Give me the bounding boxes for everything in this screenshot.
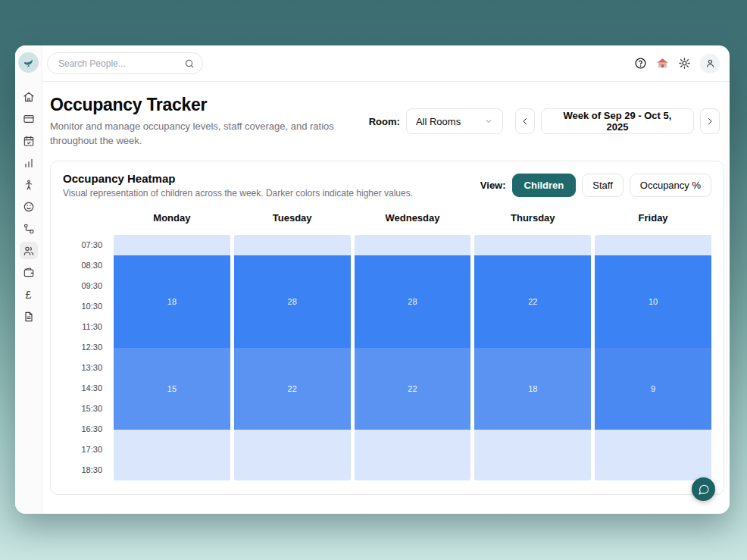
settings-button[interactable] — [678, 57, 691, 70]
heatmap-column-wednesday[interactable]: 28 22 — [355, 235, 471, 480]
heatmap-cell[interactable]: 18 — [474, 348, 591, 430]
time-label: 08:30 — [63, 255, 110, 276]
view-label: View: — [480, 180, 506, 191]
page-header-text: Occupancy Tracker Monitor and manage occ… — [50, 95, 369, 149]
help-button[interactable] — [634, 57, 647, 70]
nursery-button[interactable] — [656, 57, 669, 70]
page-subtitle: Monitor and manage occupancy levels, sta… — [50, 120, 369, 149]
time-label: 13:30 — [63, 358, 110, 378]
search-icon — [184, 58, 195, 69]
sidebar-item-reports[interactable] — [20, 308, 38, 325]
bar-chart-icon — [23, 157, 35, 169]
main-area: Occupancy Tracker Monitor and manage occ… — [42, 45, 730, 514]
day-header-monday: Monday — [114, 212, 230, 235]
sidebar-item-workflow[interactable] — [20, 220, 38, 237]
heatmap-cell[interactable]: 28 — [234, 255, 351, 348]
people-icon — [23, 245, 35, 257]
heatmap-column-thursday[interactable]: 22 18 — [474, 235, 591, 480]
house-emoji-icon — [656, 57, 669, 70]
heatmap-column-monday[interactable]: 18 15 — [114, 235, 230, 480]
chevron-down-icon — [484, 117, 493, 126]
time-label: 15:30 — [63, 399, 110, 419]
heatmap-cell[interactable]: 22 — [234, 348, 351, 430]
heatmap-cell[interactable]: 22 — [355, 348, 471, 430]
room-label: Room: — [369, 116, 400, 127]
search-box[interactable] — [47, 52, 203, 74]
view-toggle: View: Children Staff Occupancy % — [480, 174, 711, 197]
heatmap-cell[interactable] — [234, 430, 351, 480]
sidebar: £ — [15, 45, 42, 514]
user-avatar-icon — [705, 58, 716, 69]
day-header-thursday: Thursday — [474, 212, 591, 235]
document-icon — [23, 311, 35, 323]
logo-swoosh-icon — [22, 56, 36, 70]
chat-button[interactable] — [692, 477, 715, 501]
heatmap-cell[interactable] — [234, 235, 351, 255]
heatmap-cell[interactable] — [474, 235, 591, 255]
search-input[interactable] — [58, 58, 184, 69]
chevron-left-icon — [520, 117, 530, 126]
view-occupancy-button[interactable]: Occupancy % — [630, 174, 711, 197]
heatmap-cell[interactable] — [355, 235, 471, 255]
heatmap-cell[interactable]: 9 — [595, 348, 711, 430]
sidebar-item-analytics[interactable] — [20, 154, 38, 171]
pound-icon: £ — [26, 289, 32, 301]
topbar-icons — [634, 54, 720, 74]
heatmap-column-friday[interactable]: 10 9 — [595, 235, 711, 480]
sidebar-item-people[interactable] — [20, 242, 38, 259]
heatmap-cell[interactable] — [355, 430, 471, 480]
next-week-button[interactable] — [700, 108, 720, 134]
day-header-friday: Friday — [595, 212, 711, 235]
heatmap-cell[interactable] — [114, 235, 230, 255]
time-label: 09:30 — [63, 276, 110, 296]
sidebar-item-children[interactable] — [20, 176, 38, 193]
app-logo[interactable] — [18, 52, 39, 73]
heatmap-card-header: Occupancy Heatmap Visual representation … — [63, 172, 711, 199]
settings-gear-icon — [678, 57, 691, 70]
heatmap-cell[interactable] — [474, 430, 591, 480]
card-title: Occupancy Heatmap — [63, 172, 413, 185]
occupancy-heatmap: Monday Tuesday Wednesday Thursday Friday… — [63, 212, 711, 480]
heatmap-cell[interactable] — [595, 235, 711, 255]
sidebar-item-calendar[interactable] — [20, 132, 38, 149]
heatmap-cell[interactable]: 28 — [355, 255, 471, 348]
sidebar-item-billing[interactable] — [20, 110, 38, 127]
heatmap-cell[interactable]: 18 — [114, 255, 230, 348]
wallet-icon — [23, 267, 35, 279]
prev-week-button[interactable] — [515, 108, 536, 134]
sidebar-item-finance[interactable]: £ — [20, 286, 38, 303]
view-staff-button[interactable]: Staff — [582, 174, 624, 197]
time-label: 07:30 — [63, 235, 110, 255]
card-subtitle: Visual representation of children across… — [63, 188, 413, 199]
time-label: 11:30 — [63, 317, 110, 337]
time-label: 12:30 — [63, 337, 110, 358]
sidebar-item-rooms[interactable] — [20, 264, 38, 281]
help-icon — [634, 57, 647, 70]
workflow-icon — [23, 223, 35, 235]
profile-button[interactable] — [700, 54, 720, 74]
heatmap-cell[interactable]: 22 — [474, 255, 591, 348]
heatmap-card-titles: Occupancy Heatmap Visual representation … — [63, 172, 413, 199]
day-header-wednesday: Wednesday — [355, 212, 471, 235]
heatmap-header-row: Monday Tuesday Wednesday Thursday Friday — [63, 212, 711, 235]
header-controls: Room: All Rooms Week of Sep 29 - Oct 5, … — [369, 108, 720, 134]
chevron-right-icon — [705, 117, 714, 126]
day-header-tuesday: Tuesday — [234, 212, 351, 235]
view-children-button[interactable]: Children — [512, 174, 577, 197]
heatmap-cell[interactable]: 10 — [595, 255, 711, 348]
time-label: 17:30 — [63, 440, 110, 460]
time-label: 16:30 — [63, 419, 110, 440]
room-select-value: All Rooms — [416, 116, 461, 127]
week-range-button[interactable]: Week of Sep 29 - Oct 5, 2025 — [541, 108, 693, 134]
topbar — [42, 45, 730, 82]
heatmap-cell[interactable] — [114, 430, 230, 480]
heatmap-column-tuesday[interactable]: 28 22 — [234, 235, 351, 480]
sidebar-item-mood[interactable] — [20, 198, 38, 215]
sidebar-item-home[interactable] — [20, 88, 38, 105]
room-select[interactable]: All Rooms — [406, 108, 503, 134]
time-label: 18:30 — [63, 460, 110, 480]
heatmap-cell[interactable] — [595, 430, 711, 480]
time-label: 10:30 — [63, 296, 110, 317]
sidebar-nav: £ — [20, 88, 38, 325]
heatmap-cell[interactable]: 15 — [114, 348, 230, 430]
